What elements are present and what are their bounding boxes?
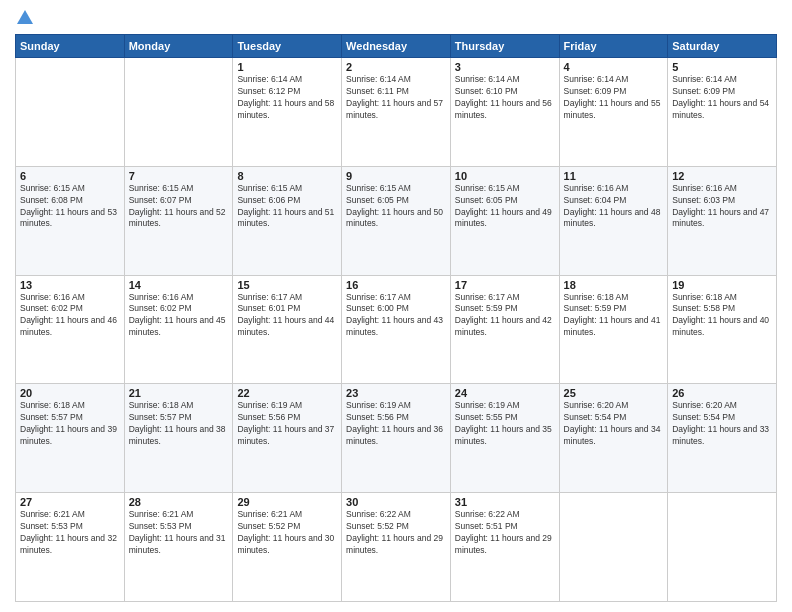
- day-number: 21: [129, 387, 229, 399]
- day-info: Sunrise: 6:14 AM Sunset: 6:10 PM Dayligh…: [455, 74, 555, 122]
- logo-triangle-icon: [17, 10, 33, 24]
- calendar-cell: [559, 493, 668, 602]
- day-info: Sunrise: 6:20 AM Sunset: 5:54 PM Dayligh…: [564, 400, 664, 448]
- day-number: 15: [237, 279, 337, 291]
- calendar-cell: 25Sunrise: 6:20 AM Sunset: 5:54 PM Dayli…: [559, 384, 668, 493]
- calendar-cell: 3Sunrise: 6:14 AM Sunset: 6:10 PM Daylig…: [450, 58, 559, 167]
- day-info: Sunrise: 6:22 AM Sunset: 5:52 PM Dayligh…: [346, 509, 446, 557]
- day-info: Sunrise: 6:15 AM Sunset: 6:05 PM Dayligh…: [346, 183, 446, 231]
- calendar-cell: [124, 58, 233, 167]
- day-info: Sunrise: 6:18 AM Sunset: 5:59 PM Dayligh…: [564, 292, 664, 340]
- day-info: Sunrise: 6:22 AM Sunset: 5:51 PM Dayligh…: [455, 509, 555, 557]
- day-number: 3: [455, 61, 555, 73]
- day-info: Sunrise: 6:14 AM Sunset: 6:11 PM Dayligh…: [346, 74, 446, 122]
- day-number: 4: [564, 61, 664, 73]
- day-number: 13: [20, 279, 120, 291]
- calendar-cell: [16, 58, 125, 167]
- calendar-week-row: 20Sunrise: 6:18 AM Sunset: 5:57 PM Dayli…: [16, 384, 777, 493]
- day-info: Sunrise: 6:20 AM Sunset: 5:54 PM Dayligh…: [672, 400, 772, 448]
- calendar-cell: 10Sunrise: 6:15 AM Sunset: 6:05 PM Dayli…: [450, 166, 559, 275]
- calendar-cell: 28Sunrise: 6:21 AM Sunset: 5:53 PM Dayli…: [124, 493, 233, 602]
- day-info: Sunrise: 6:16 AM Sunset: 6:02 PM Dayligh…: [20, 292, 120, 340]
- calendar-cell: 6Sunrise: 6:15 AM Sunset: 6:08 PM Daylig…: [16, 166, 125, 275]
- day-info: Sunrise: 6:16 AM Sunset: 6:03 PM Dayligh…: [672, 183, 772, 231]
- day-number: 26: [672, 387, 772, 399]
- day-number: 5: [672, 61, 772, 73]
- day-number: 6: [20, 170, 120, 182]
- day-number: 8: [237, 170, 337, 182]
- logo: [15, 10, 33, 26]
- calendar-cell: 24Sunrise: 6:19 AM Sunset: 5:55 PM Dayli…: [450, 384, 559, 493]
- calendar-cell: 27Sunrise: 6:21 AM Sunset: 5:53 PM Dayli…: [16, 493, 125, 602]
- day-number: 9: [346, 170, 446, 182]
- day-info: Sunrise: 6:17 AM Sunset: 6:00 PM Dayligh…: [346, 292, 446, 340]
- weekday-header-wednesday: Wednesday: [342, 35, 451, 58]
- day-info: Sunrise: 6:15 AM Sunset: 6:08 PM Dayligh…: [20, 183, 120, 231]
- calendar-cell: 15Sunrise: 6:17 AM Sunset: 6:01 PM Dayli…: [233, 275, 342, 384]
- day-number: 10: [455, 170, 555, 182]
- day-info: Sunrise: 6:18 AM Sunset: 5:57 PM Dayligh…: [20, 400, 120, 448]
- calendar-cell: 31Sunrise: 6:22 AM Sunset: 5:51 PM Dayli…: [450, 493, 559, 602]
- calendar-cell: 17Sunrise: 6:17 AM Sunset: 5:59 PM Dayli…: [450, 275, 559, 384]
- calendar-page: SundayMondayTuesdayWednesdayThursdayFrid…: [0, 0, 792, 612]
- day-number: 25: [564, 387, 664, 399]
- day-info: Sunrise: 6:17 AM Sunset: 6:01 PM Dayligh…: [237, 292, 337, 340]
- calendar-cell: 9Sunrise: 6:15 AM Sunset: 6:05 PM Daylig…: [342, 166, 451, 275]
- day-info: Sunrise: 6:21 AM Sunset: 5:53 PM Dayligh…: [129, 509, 229, 557]
- calendar-cell: 16Sunrise: 6:17 AM Sunset: 6:00 PM Dayli…: [342, 275, 451, 384]
- calendar-cell: 1Sunrise: 6:14 AM Sunset: 6:12 PM Daylig…: [233, 58, 342, 167]
- day-info: Sunrise: 6:15 AM Sunset: 6:07 PM Dayligh…: [129, 183, 229, 231]
- day-number: 27: [20, 496, 120, 508]
- day-info: Sunrise: 6:19 AM Sunset: 5:56 PM Dayligh…: [346, 400, 446, 448]
- day-info: Sunrise: 6:18 AM Sunset: 5:57 PM Dayligh…: [129, 400, 229, 448]
- calendar-cell: 19Sunrise: 6:18 AM Sunset: 5:58 PM Dayli…: [668, 275, 777, 384]
- day-info: Sunrise: 6:15 AM Sunset: 6:06 PM Dayligh…: [237, 183, 337, 231]
- day-number: 28: [129, 496, 229, 508]
- day-number: 24: [455, 387, 555, 399]
- weekday-header-tuesday: Tuesday: [233, 35, 342, 58]
- day-info: Sunrise: 6:14 AM Sunset: 6:09 PM Dayligh…: [672, 74, 772, 122]
- day-number: 1: [237, 61, 337, 73]
- day-info: Sunrise: 6:21 AM Sunset: 5:53 PM Dayligh…: [20, 509, 120, 557]
- calendar-cell: 23Sunrise: 6:19 AM Sunset: 5:56 PM Dayli…: [342, 384, 451, 493]
- calendar-week-row: 13Sunrise: 6:16 AM Sunset: 6:02 PM Dayli…: [16, 275, 777, 384]
- day-number: 22: [237, 387, 337, 399]
- calendar-cell: 30Sunrise: 6:22 AM Sunset: 5:52 PM Dayli…: [342, 493, 451, 602]
- calendar-week-row: 6Sunrise: 6:15 AM Sunset: 6:08 PM Daylig…: [16, 166, 777, 275]
- day-number: 23: [346, 387, 446, 399]
- calendar-cell: 4Sunrise: 6:14 AM Sunset: 6:09 PM Daylig…: [559, 58, 668, 167]
- calendar-cell: 26Sunrise: 6:20 AM Sunset: 5:54 PM Dayli…: [668, 384, 777, 493]
- calendar-cell: 8Sunrise: 6:15 AM Sunset: 6:06 PM Daylig…: [233, 166, 342, 275]
- calendar-cell: 7Sunrise: 6:15 AM Sunset: 6:07 PM Daylig…: [124, 166, 233, 275]
- calendar-cell: 18Sunrise: 6:18 AM Sunset: 5:59 PM Dayli…: [559, 275, 668, 384]
- day-number: 7: [129, 170, 229, 182]
- weekday-header-monday: Monday: [124, 35, 233, 58]
- day-info: Sunrise: 6:19 AM Sunset: 5:56 PM Dayligh…: [237, 400, 337, 448]
- day-number: 12: [672, 170, 772, 182]
- day-info: Sunrise: 6:14 AM Sunset: 6:12 PM Dayligh…: [237, 74, 337, 122]
- day-number: 16: [346, 279, 446, 291]
- day-number: 29: [237, 496, 337, 508]
- calendar-cell: 20Sunrise: 6:18 AM Sunset: 5:57 PM Dayli…: [16, 384, 125, 493]
- weekday-header-sunday: Sunday: [16, 35, 125, 58]
- day-info: Sunrise: 6:15 AM Sunset: 6:05 PM Dayligh…: [455, 183, 555, 231]
- calendar-cell: 14Sunrise: 6:16 AM Sunset: 6:02 PM Dayli…: [124, 275, 233, 384]
- day-info: Sunrise: 6:16 AM Sunset: 6:04 PM Dayligh…: [564, 183, 664, 231]
- day-number: 2: [346, 61, 446, 73]
- day-info: Sunrise: 6:14 AM Sunset: 6:09 PM Dayligh…: [564, 74, 664, 122]
- day-number: 17: [455, 279, 555, 291]
- calendar-week-row: 27Sunrise: 6:21 AM Sunset: 5:53 PM Dayli…: [16, 493, 777, 602]
- calendar-cell: [668, 493, 777, 602]
- day-number: 19: [672, 279, 772, 291]
- day-number: 11: [564, 170, 664, 182]
- day-number: 18: [564, 279, 664, 291]
- day-info: Sunrise: 6:17 AM Sunset: 5:59 PM Dayligh…: [455, 292, 555, 340]
- weekday-header-friday: Friday: [559, 35, 668, 58]
- day-info: Sunrise: 6:21 AM Sunset: 5:52 PM Dayligh…: [237, 509, 337, 557]
- day-number: 31: [455, 496, 555, 508]
- calendar-cell: 21Sunrise: 6:18 AM Sunset: 5:57 PM Dayli…: [124, 384, 233, 493]
- calendar-week-row: 1Sunrise: 6:14 AM Sunset: 6:12 PM Daylig…: [16, 58, 777, 167]
- weekday-header-row: SundayMondayTuesdayWednesdayThursdayFrid…: [16, 35, 777, 58]
- day-number: 20: [20, 387, 120, 399]
- weekday-header-thursday: Thursday: [450, 35, 559, 58]
